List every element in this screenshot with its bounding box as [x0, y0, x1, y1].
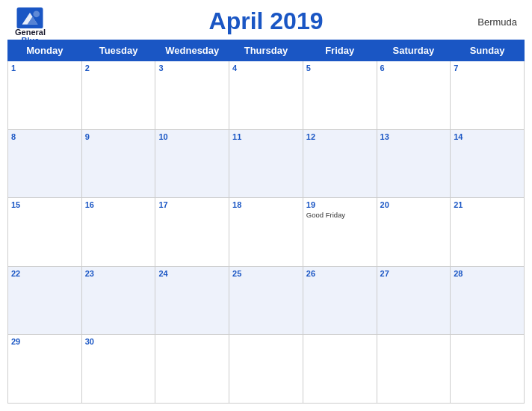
day-number: 6 — [380, 64, 448, 72]
calendar-cell: 2 — [81, 61, 155, 130]
calendar-cell: 10 — [155, 129, 229, 198]
day-number: 17 — [158, 200, 226, 209]
col-sunday: Sunday — [451, 40, 525, 61]
day-number: 5 — [306, 64, 374, 72]
day-number: 18 — [232, 200, 300, 209]
col-tuesday: Tuesday — [81, 40, 155, 61]
calendar-container: Monday Tuesday Wednesday Thursday Friday… — [0, 40, 532, 411]
calendar-title: April 2019 — [209, 7, 324, 35]
day-number: 29 — [11, 337, 78, 346]
calendar-cell: 19Good Friday — [303, 198, 377, 267]
day-number: 22 — [11, 269, 78, 278]
day-number: 3 — [158, 64, 226, 72]
day-number: 4 — [232, 64, 300, 72]
region-label: Bermuda — [477, 16, 517, 28]
calendar-cell: 14 — [451, 129, 525, 198]
calendar-cell: 7 — [451, 61, 525, 130]
day-number: 28 — [454, 269, 521, 278]
calendar-cell: 18 — [229, 198, 303, 267]
calendar-cell: 1 — [8, 61, 82, 130]
calendar-cell: 11 — [229, 129, 303, 198]
day-number: 2 — [85, 64, 152, 72]
col-saturday: Saturday — [377, 40, 451, 61]
day-number: 8 — [11, 132, 78, 141]
calendar-cell: 25 — [229, 266, 303, 335]
calendar-cell — [303, 335, 377, 404]
calendar-cell: 9 — [81, 129, 155, 198]
col-friday: Friday — [303, 40, 377, 61]
calendar-cell — [451, 335, 525, 404]
day-number: 15 — [11, 200, 78, 209]
calendar-cell — [377, 335, 451, 404]
day-number: 7 — [454, 64, 521, 72]
col-wednesday: Wednesday — [155, 40, 229, 61]
calendar-page: General Blue April 2019 Bermuda Monday T… — [0, 0, 532, 411]
calendar-cell: 23 — [81, 266, 155, 335]
calendar-cell: 28 — [451, 266, 525, 335]
calendar-week-row: 1234567 — [8, 61, 525, 130]
calendar-cell: 17 — [155, 198, 229, 267]
calendar-cell: 21 — [451, 198, 525, 267]
calendar-cell: 6 — [377, 61, 451, 130]
svg-point-3 — [34, 10, 40, 17]
header: General Blue April 2019 Bermuda — [0, 0, 532, 40]
calendar-cell: 22 — [8, 266, 82, 335]
calendar-cell — [155, 335, 229, 404]
logo-blue-text: Blue — [22, 37, 40, 45]
day-number: 30 — [85, 337, 152, 346]
calendar-cell: 29 — [8, 335, 82, 404]
calendar-cell: 27 — [377, 266, 451, 335]
calendar-cell: 16 — [81, 198, 155, 267]
calendar-table: Monday Tuesday Wednesday Thursday Friday… — [7, 40, 525, 404]
calendar-cell: 20 — [377, 198, 451, 267]
day-number: 16 — [85, 200, 152, 209]
logo: General Blue — [15, 7, 46, 45]
day-number: 11 — [232, 132, 300, 141]
days-header-row: Monday Tuesday Wednesday Thursday Friday… — [8, 40, 525, 61]
day-number: 1 — [11, 64, 78, 72]
calendar-cell: 3 — [155, 61, 229, 130]
calendar-cell: 30 — [81, 335, 155, 404]
calendar-cell: 4 — [229, 61, 303, 130]
day-number: 27 — [380, 269, 448, 278]
day-number: 10 — [158, 132, 226, 141]
calendar-cell: 8 — [8, 129, 82, 198]
calendar-cell: 26 — [303, 266, 377, 335]
calendar-week-row: 891011121314 — [8, 129, 525, 198]
day-number: 19 — [306, 200, 374, 209]
col-thursday: Thursday — [229, 40, 303, 61]
day-number: 9 — [85, 132, 152, 141]
calendar-cell: 13 — [377, 129, 451, 198]
title-area: April 2019 — [209, 7, 324, 35]
logo-icon — [16, 7, 43, 28]
calendar-week-row: 1516171819Good Friday2021 — [8, 198, 525, 267]
day-number: 12 — [306, 132, 374, 141]
day-number: 24 — [158, 269, 226, 278]
calendar-cell: 5 — [303, 61, 377, 130]
day-number: 14 — [454, 132, 521, 141]
calendar-cell: 12 — [303, 129, 377, 198]
day-number: 26 — [306, 269, 374, 278]
day-number: 25 — [232, 269, 300, 278]
calendar-week-row: 2930 — [8, 335, 525, 404]
calendar-cell: 24 — [155, 266, 229, 335]
calendar-week-row: 22232425262728 — [8, 266, 525, 335]
day-number: 20 — [380, 200, 448, 209]
calendar-cell: 15 — [8, 198, 82, 267]
day-number: 23 — [85, 269, 152, 278]
day-number: 13 — [380, 132, 448, 141]
calendar-cell — [229, 335, 303, 404]
day-number: 21 — [454, 200, 521, 209]
day-event: Good Friday — [306, 211, 374, 219]
